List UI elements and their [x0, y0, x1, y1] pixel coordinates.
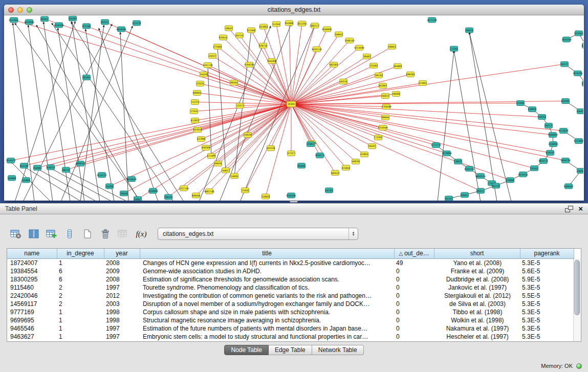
table-selector-value: citations_edges.txt [163, 230, 213, 237]
delete-table-icon[interactable] [98, 226, 113, 242]
column-header-out_degree[interactable]: △ out_de… [394, 249, 434, 258]
svg-text:54461: 54461 [134, 198, 141, 201]
window-titlebar[interactable]: citations_edges.txt [4, 5, 584, 15]
svg-text:3876286: 3876286 [573, 72, 583, 75]
status-bar: Memory: OK [0, 360, 588, 372]
table-selector-dropdown[interactable]: citations_edges.txt ▲ ▼ [158, 228, 358, 240]
tab-network-table[interactable]: Network Table [312, 345, 364, 355]
table-row[interactable]: 2242004622012Investigating the contribut… [7, 292, 574, 300]
cell-name: 22420046 [7, 292, 57, 300]
svg-text:443158: 443158 [267, 147, 275, 149]
column-header-in_degree[interactable]: in_degree [57, 249, 104, 258]
cell-name: 14569117 [7, 300, 57, 308]
svg-text:456465: 456465 [561, 100, 570, 102]
svg-text:744617: 744617 [222, 169, 230, 172]
svg-text:5480461: 5480461 [563, 185, 574, 188]
cell-year: 2003 [104, 300, 140, 308]
network-canvas[interactable]: 1864355561427596024247116172854320235254… [5, 16, 583, 201]
svg-text:67527: 67527 [288, 152, 295, 155]
svg-text:1314549: 1314549 [378, 126, 388, 129]
table-row[interactable]: 969969511998Structural magnetic resonanc… [7, 316, 574, 324]
combo-stepper-icon: ▲ ▼ [349, 228, 358, 239]
cell-pagerank: 5.5E-5 [520, 292, 574, 300]
column-header-name[interactable]: name [7, 249, 57, 258]
new-table-icon[interactable] [80, 226, 95, 242]
svg-text:94137: 94137 [561, 63, 568, 65]
table-row[interactable]: 1938455462009Genome-wide association stu… [7, 267, 574, 275]
svg-text:55989: 55989 [23, 179, 30, 182]
column-header-pagerank[interactable]: pagerank [520, 249, 574, 258]
svg-text:3656172: 3656172 [315, 154, 325, 157]
table-settings-icon[interactable] [8, 226, 24, 242]
svg-text:23525: 23525 [197, 82, 204, 85]
table-scrollbar[interactable] [573, 259, 581, 341]
svg-text:0512861: 0512861 [9, 19, 19, 21]
table-row[interactable]: 1456911722003Disruption of a novel membe… [7, 300, 574, 308]
close-window-button[interactable] [8, 7, 14, 13]
svg-text:4104280: 4104280 [244, 63, 254, 66]
svg-text:657818: 657818 [193, 128, 202, 131]
svg-text:6560891: 6560891 [322, 28, 332, 31]
panel-divider-handle[interactable] [290, 200, 298, 203]
svg-text:2148865: 2148865 [548, 143, 558, 145]
cell-name: 9699695 [7, 316, 57, 324]
svg-text:7466849: 7466849 [548, 134, 558, 136]
cell-short: Wolkin et al. (1998) [434, 316, 520, 324]
column-header-title[interactable]: title [140, 249, 394, 258]
svg-text:012822: 012822 [191, 119, 200, 122]
table-toolbar: f(x) citations_edges.txt ▲ ▼ [8, 226, 358, 242]
svg-text:3477238: 3477238 [427, 19, 437, 21]
svg-text:51266: 51266 [273, 23, 280, 26]
float-panel-icon[interactable] [565, 206, 573, 212]
column-header-year[interactable]: year [104, 249, 140, 258]
svg-text:14665: 14665 [231, 175, 238, 178]
svg-text:08270: 08270 [62, 169, 70, 171]
svg-text:463790: 463790 [20, 165, 29, 167]
network-graph-area[interactable]: 1864355561427596024247116172854320235254… [5, 16, 583, 201]
column-header-short[interactable]: short [434, 249, 520, 258]
svg-text:738627: 738627 [454, 160, 463, 163]
cell-pagerank: 5.3E-5 [520, 324, 574, 333]
function-builder-icon[interactable]: f(x) [134, 226, 149, 242]
svg-text:232457: 232457 [530, 167, 539, 170]
tab-node-table[interactable]: Node Table [224, 345, 269, 355]
svg-text:3508143: 3508143 [344, 39, 355, 42]
svg-text:7327749: 7327749 [179, 187, 189, 190]
table-row[interactable]: 977716911998Corpus callosum shape and si… [7, 308, 574, 316]
svg-text:49319: 49319 [340, 80, 347, 83]
svg-text:62521: 62521 [101, 21, 108, 24]
scrollbar-thumb[interactable] [574, 260, 580, 315]
table-row[interactable]: 1830029562008Estimation of significance … [7, 275, 574, 283]
zoom-window-button[interactable] [27, 7, 32, 13]
cell-in_degree: 6 [57, 267, 104, 275]
table-row[interactable]: 946554611997Estimation of the future num… [7, 324, 574, 333]
svg-text:829716: 829716 [259, 45, 268, 47]
svg-text:053080: 053080 [285, 22, 294, 25]
svg-text:556433: 556433 [577, 110, 583, 113]
tab-edge-table[interactable]: Edge Table [269, 345, 312, 355]
minimize-window-button[interactable] [17, 7, 23, 13]
svg-text:9814727: 9814727 [538, 160, 549, 162]
new-column-icon[interactable] [62, 226, 77, 242]
table-row[interactable]: 1872400712008Changes of HCN gene express… [7, 258, 574, 267]
cell-year: 1997 [104, 324, 140, 333]
cell-out_degree: 0 [394, 292, 434, 300]
table-body: 1872400712008Changes of HCN gene express… [7, 258, 574, 341]
svg-text:8435118: 8435118 [312, 48, 322, 51]
cell-out_degree: 0 [394, 324, 434, 333]
close-panel-icon[interactable]: × [578, 205, 583, 212]
cell-out_degree: 0 [394, 283, 434, 292]
table-row[interactable]: 911546021997Tourette syndrome. Phenomeno… [7, 283, 574, 292]
window-title: citations_edges.txt [268, 6, 321, 13]
cell-title: Embryonic stem cells: a model to study s… [140, 333, 394, 341]
svg-text:40688: 40688 [393, 93, 400, 95]
cell-year: 1997 [104, 333, 140, 341]
svg-text:1161728: 1161728 [203, 64, 213, 67]
table-row[interactable]: 946362711997Embryonic stem cells: a mode… [7, 333, 574, 341]
svg-text:270809: 270809 [506, 179, 515, 182]
svg-text:13372: 13372 [236, 104, 244, 107]
column-visibility-icon[interactable] [26, 226, 41, 242]
cell-in_degree: 1 [57, 333, 104, 341]
table-edit-icon[interactable] [44, 226, 59, 242]
cell-in_degree: 1 [57, 258, 104, 267]
